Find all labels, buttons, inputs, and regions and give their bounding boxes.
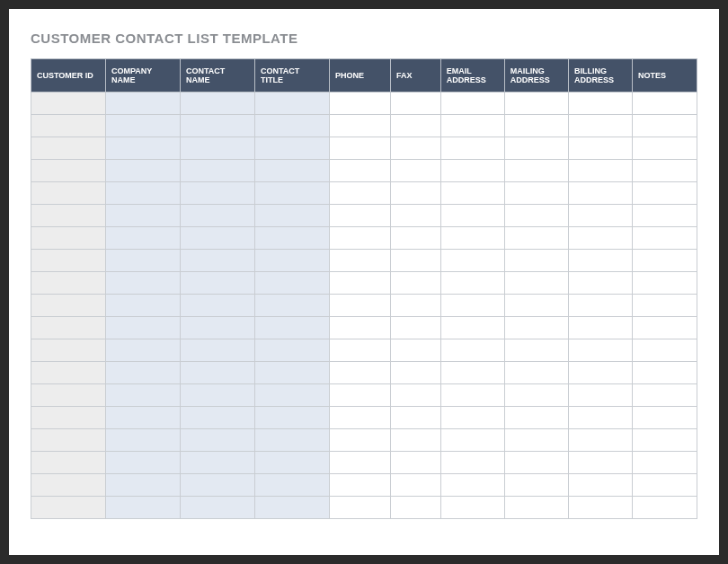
table-cell[interactable] — [180, 272, 254, 295]
table-cell[interactable] — [180, 182, 254, 205]
table-cell[interactable] — [105, 295, 180, 317]
table-cell[interactable] — [440, 137, 504, 160]
table-cell[interactable] — [440, 272, 504, 295]
table-cell[interactable] — [254, 227, 329, 250]
table-cell[interactable] — [105, 317, 180, 339]
table-cell[interactable] — [105, 272, 180, 295]
table-cell[interactable] — [329, 93, 390, 115]
table-cell[interactable] — [391, 205, 441, 227]
table-cell[interactable] — [180, 317, 254, 339]
table-cell[interactable] — [180, 295, 254, 317]
table-cell[interactable] — [329, 227, 390, 250]
table-cell[interactable] — [633, 339, 697, 362]
table-cell[interactable] — [633, 227, 697, 250]
table-cell[interactable] — [31, 182, 106, 205]
table-cell[interactable] — [254, 137, 329, 160]
table-cell[interactable] — [105, 407, 180, 429]
table-cell[interactable] — [568, 272, 632, 295]
table-cell[interactable] — [440, 160, 504, 182]
table-cell[interactable] — [440, 407, 504, 429]
table-cell[interactable] — [254, 182, 329, 205]
table-cell[interactable] — [391, 93, 441, 115]
table-cell[interactable] — [440, 452, 504, 474]
table-cell[interactable] — [329, 137, 390, 160]
table-cell[interactable] — [254, 93, 329, 115]
table-cell[interactable] — [504, 295, 568, 317]
table-cell[interactable] — [504, 317, 568, 339]
table-cell[interactable] — [105, 115, 180, 137]
table-cell[interactable] — [254, 362, 329, 384]
table-cell[interactable] — [329, 384, 390, 407]
table-cell[interactable] — [504, 429, 568, 452]
table-cell[interactable] — [568, 497, 632, 519]
table-cell[interactable] — [504, 160, 568, 182]
table-cell[interactable] — [180, 384, 254, 407]
table-cell[interactable] — [440, 497, 504, 519]
table-cell[interactable] — [504, 205, 568, 227]
table-cell[interactable] — [31, 384, 106, 407]
table-cell[interactable] — [329, 182, 390, 205]
table-cell[interactable] — [504, 497, 568, 519]
table-cell[interactable] — [391, 429, 441, 452]
table-cell[interactable] — [568, 93, 632, 115]
table-cell[interactable] — [391, 497, 441, 519]
table-cell[interactable] — [568, 205, 632, 227]
table-cell[interactable] — [568, 384, 632, 407]
table-cell[interactable] — [440, 115, 504, 137]
table-cell[interactable] — [633, 452, 697, 474]
table-cell[interactable] — [504, 452, 568, 474]
table-cell[interactable] — [254, 317, 329, 339]
table-cell[interactable] — [31, 317, 106, 339]
table-cell[interactable] — [504, 227, 568, 250]
table-cell[interactable] — [633, 362, 697, 384]
table-cell[interactable] — [180, 362, 254, 384]
table-cell[interactable] — [568, 182, 632, 205]
table-cell[interactable] — [329, 115, 390, 137]
table-cell[interactable] — [633, 295, 697, 317]
table-cell[interactable] — [633, 250, 697, 272]
table-cell[interactable] — [633, 384, 697, 407]
table-cell[interactable] — [391, 452, 441, 474]
table-cell[interactable] — [633, 182, 697, 205]
table-cell[interactable] — [504, 182, 568, 205]
table-cell[interactable] — [504, 115, 568, 137]
table-cell[interactable] — [440, 384, 504, 407]
table-cell[interactable] — [329, 362, 390, 384]
table-cell[interactable] — [391, 295, 441, 317]
table-cell[interactable] — [391, 137, 441, 160]
table-cell[interactable] — [633, 160, 697, 182]
table-cell[interactable] — [105, 227, 180, 250]
table-cell[interactable] — [31, 295, 106, 317]
table-cell[interactable] — [504, 339, 568, 362]
table-cell[interactable] — [105, 497, 180, 519]
table-cell[interactable] — [105, 474, 180, 497]
table-cell[interactable] — [391, 182, 441, 205]
table-cell[interactable] — [504, 362, 568, 384]
table-cell[interactable] — [568, 295, 632, 317]
table-cell[interactable] — [180, 227, 254, 250]
table-cell[interactable] — [180, 160, 254, 182]
table-cell[interactable] — [440, 250, 504, 272]
table-cell[interactable] — [568, 115, 632, 137]
table-cell[interactable] — [180, 407, 254, 429]
table-cell[interactable] — [31, 205, 106, 227]
table-cell[interactable] — [180, 452, 254, 474]
table-cell[interactable] — [633, 93, 697, 115]
table-cell[interactable] — [568, 407, 632, 429]
table-cell[interactable] — [105, 250, 180, 272]
table-cell[interactable] — [105, 182, 180, 205]
table-cell[interactable] — [31, 474, 106, 497]
table-cell[interactable] — [180, 429, 254, 452]
table-cell[interactable] — [31, 339, 106, 362]
table-cell[interactable] — [329, 474, 390, 497]
table-cell[interactable] — [504, 407, 568, 429]
table-cell[interactable] — [504, 93, 568, 115]
table-cell[interactable] — [568, 317, 632, 339]
table-cell[interactable] — [391, 160, 441, 182]
table-cell[interactable] — [391, 384, 441, 407]
table-cell[interactable] — [440, 227, 504, 250]
table-cell[interactable] — [180, 137, 254, 160]
table-cell[interactable] — [254, 407, 329, 429]
table-cell[interactable] — [254, 429, 329, 452]
table-cell[interactable] — [105, 452, 180, 474]
